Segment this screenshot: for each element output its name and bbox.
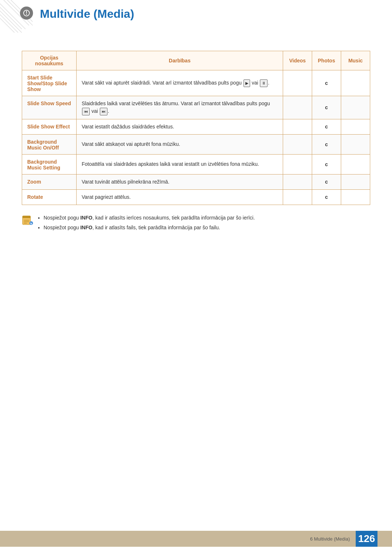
videos-cell [283,189,312,205]
table-row: Zoom Varat tuvināt attēlus pilnekrāna re… [22,174,370,189]
footer-chapter: 6 Multivide (Media) [310,536,350,542]
action-desc: Varat pagriezt attēlus. [77,189,283,205]
table-row: Start Slide Show/Stop Slide Show Varat s… [22,70,370,96]
option-name: Background Music On/Off [22,134,77,154]
music-cell [341,134,370,154]
action-desc: Varat sākt atskaņot vai apturēt fona mūz… [77,134,283,154]
chapter-badge [20,7,33,20]
music-cell [341,96,370,119]
svg-text:✎: ✎ [30,222,32,225]
videos-cell [283,154,312,174]
option-name: Slide Show Effect [22,119,77,134]
music-cell [341,154,370,174]
action-desc: Varat sākt vai apturēt slaidrādi. Varat … [77,70,283,96]
option-name: Rotate [22,189,77,205]
features-table: Opcijas nosaukums Darbības Videos Photos… [22,51,370,205]
table-row: Background Music Setting Fotoattēla vai … [22,154,370,174]
photos-cell: c [312,96,341,119]
footer-page-number: 126 [356,531,377,547]
list-item: Nospiežot pogu INFO, kad ir atlasīts fai… [44,223,255,232]
videos-cell [283,119,312,134]
photos-cell: c [312,189,341,205]
header-option: Opcijas nosaukums [22,51,77,70]
svg-line-6 [0,11,18,33]
table-row: Slide Show Effect Varat iestatīt dažādus… [22,119,370,134]
header-music: Music [341,51,370,70]
option-name: Slide Show Speed [22,96,77,119]
photos-cell: c [312,70,341,96]
svg-point-10 [26,14,27,15]
list-item: Nospiežot pogu INFO, kad ir atlasīts ier… [44,214,255,222]
photos-cell: c [312,119,341,134]
table-row: Background Music On/Off Varat sākt atska… [22,134,370,154]
main-content: Opcijas nosaukums Darbības Videos Photos… [22,36,370,234]
action-desc: Varat iestatīt dažādus slaidrādes efektu… [77,119,283,134]
page-title: Multivide (Media) [40,7,134,21]
option-name: Start Slide Show/Stop Slide Show [22,70,77,96]
action-desc: Slaidrādes laikā varat izvēlēties tās āt… [77,96,283,119]
videos-cell [283,70,312,96]
music-cell [341,70,370,96]
videos-cell [283,96,312,119]
option-name: Background Music Setting [22,154,77,174]
videos-cell [283,134,312,154]
action-desc: Varat tuvināt attēlus pilnekrāna režīmā. [77,174,283,189]
notes-list: Nospiežot pogu INFO, kad ir atlasīts ier… [38,214,255,234]
option-name: Zoom [22,174,77,189]
table-row: Slide Show Speed Slaidrādes laikā varat … [22,96,370,119]
music-cell [341,174,370,189]
music-cell [341,189,370,205]
action-desc: Fotoattēla vai slaidrādes apskates laikā… [77,154,283,174]
videos-cell [283,174,312,189]
header-photos: Photos [312,51,341,70]
photos-cell: c [312,174,341,189]
header-action: Darbības [77,51,283,70]
svg-rect-12 [23,216,30,218]
notes-section: ✎ Nospiežot pogu INFO, kad ir atlasīts i… [22,214,370,234]
photos-cell: c [312,134,341,154]
note-icon: ✎ [22,214,33,226]
photos-cell: c [312,154,341,174]
music-cell [341,119,370,134]
header-videos: Videos [283,51,312,70]
page-footer: 6 Multivide (Media) 126 [0,531,392,547]
table-row: Rotate Varat pagriezt attēlus. c [22,189,370,205]
